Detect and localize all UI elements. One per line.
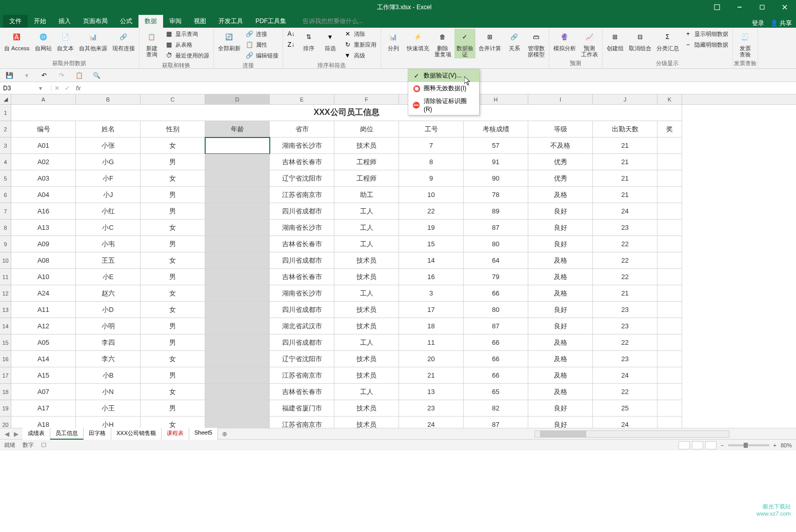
cell[interactable]: 19 — [399, 220, 464, 236]
cell[interactable] — [658, 203, 682, 220]
cell[interactable]: 66 — [464, 367, 528, 384]
cell[interactable] — [658, 220, 682, 236]
cell[interactable]: 79 — [464, 269, 528, 285]
cell[interactable]: 技术员 — [334, 252, 399, 269]
tab-view[interactable]: 视图 — [188, 15, 212, 28]
row-header-9[interactable]: 9 — [0, 236, 11, 252]
cell[interactable]: 湖南省长沙市 — [270, 220, 334, 236]
cell[interactable]: A05 — [11, 334, 76, 351]
tab-home[interactable]: 开始 — [28, 15, 52, 28]
cell[interactable]: 江苏省南京市 — [270, 417, 334, 428]
cell[interactable]: 21 — [593, 187, 658, 203]
row-header-3[interactable]: 3 — [0, 137, 11, 154]
cell[interactable] — [658, 384, 682, 400]
cell[interactable]: 男 — [141, 187, 205, 203]
page-break-view-button[interactable] — [705, 441, 717, 449]
cell[interactable]: 80 — [464, 236, 528, 252]
col-header-D[interactable]: D — [205, 94, 270, 104]
edit-links-button[interactable]: 🔗编辑链接 — [244, 50, 281, 61]
cell[interactable]: 及格 — [528, 384, 593, 400]
cell[interactable]: A12 — [11, 318, 76, 334]
cell[interactable]: A10 — [11, 269, 76, 285]
cell[interactable]: 工程师 — [334, 154, 399, 170]
data-validation-button[interactable]: ✓数据验 证 — [454, 29, 475, 58]
cell[interactable] — [205, 203, 270, 220]
row-header-1[interactable]: 1 — [0, 105, 11, 121]
tab-formulas[interactable]: 公式 — [114, 15, 138, 28]
cell[interactable]: A03 — [11, 170, 76, 187]
from-table-button[interactable]: ▦从表格 — [163, 40, 211, 50]
cell[interactable]: 四川省成都市 — [270, 334, 334, 351]
cell[interactable]: 吉林省长春市 — [270, 384, 334, 400]
cell[interactable]: 吉林省长春市 — [270, 236, 334, 252]
maximize-button[interactable] — [751, 0, 773, 14]
clear-validation-circles-menuitem[interactable]: ⛔清除验证标识圈(R) — [408, 95, 479, 115]
cell[interactable]: 福建省厦门市 — [270, 400, 334, 417]
cell[interactable] — [658, 400, 682, 417]
cell[interactable]: A02 — [11, 154, 76, 170]
cell[interactable]: 21 — [593, 137, 658, 154]
cell[interactable] — [205, 285, 270, 302]
cell[interactable]: 女 — [141, 285, 205, 302]
cell[interactable]: 不及格 — [528, 137, 593, 154]
cell[interactable] — [205, 154, 270, 170]
cell[interactable]: 技术员 — [334, 417, 399, 428]
row-header-2[interactable]: 2 — [0, 121, 11, 137]
cell[interactable]: 22 — [593, 384, 658, 400]
refresh-all-button[interactable]: 🔄全部刷新 — [216, 29, 243, 52]
cell[interactable]: 工人 — [334, 334, 399, 351]
cell[interactable]: 82 — [464, 400, 528, 417]
cell[interactable]: A08 — [11, 252, 76, 269]
col-header-I[interactable]: I — [528, 94, 593, 104]
cell[interactable]: 87 — [464, 417, 528, 428]
show-queries-button[interactable]: ▦显示查询 — [163, 29, 211, 39]
new-query-button[interactable]: 📋新建 查询 — [142, 29, 162, 58]
cell[interactable] — [658, 170, 682, 187]
cell[interactable]: 男 — [141, 334, 205, 351]
cell[interactable]: 李四 — [76, 334, 141, 351]
cell[interactable] — [205, 417, 270, 428]
col-header-F[interactable]: F — [334, 94, 399, 104]
cell[interactable] — [205, 252, 270, 269]
cell[interactable]: 技术员 — [334, 137, 399, 154]
cell[interactable]: A14 — [11, 351, 76, 367]
cell[interactable]: A18 — [11, 417, 76, 428]
cell[interactable]: 24 — [593, 203, 658, 220]
cell[interactable] — [205, 334, 270, 351]
cell[interactable]: A04 — [11, 187, 76, 203]
cell[interactable]: 20 — [399, 351, 464, 367]
cell[interactable]: 64 — [464, 252, 528, 269]
row-header-19[interactable]: 19 — [0, 400, 11, 417]
cell[interactable]: 吉林省长春市 — [270, 154, 334, 170]
minimize-button[interactable] — [728, 0, 751, 14]
hide-detail-button[interactable]: −隐藏明细数据 — [682, 40, 730, 50]
properties-button[interactable]: 📋属性 — [244, 40, 281, 50]
cell[interactable]: A16 — [11, 203, 76, 220]
cell[interactable] — [658, 318, 682, 334]
cell[interactable]: 江苏省南京市 — [270, 367, 334, 384]
col-header-K[interactable]: K — [658, 94, 682, 104]
cell[interactable]: 技术员 — [334, 302, 399, 318]
cell[interactable]: 男 — [141, 318, 205, 334]
cancel-icon[interactable]: ✕ — [54, 85, 59, 92]
cell[interactable]: 赵六 — [76, 285, 141, 302]
cell[interactable]: 小E — [76, 269, 141, 285]
login-link[interactable]: 登录 — [752, 19, 764, 28]
cell[interactable]: 及格 — [528, 351, 593, 367]
circle-invalid-menuitem[interactable]: ⭕圈释无效数据(I) — [408, 82, 479, 95]
cell[interactable] — [205, 170, 270, 187]
filter-button[interactable]: ▼筛选 — [320, 29, 341, 52]
cell[interactable]: 91 — [464, 154, 528, 170]
name-box[interactable]: ▾ — [0, 85, 51, 92]
cell[interactable]: 工程师 — [334, 170, 399, 187]
sheet-tab[interactable]: Sheet5 — [189, 428, 218, 440]
close-button[interactable] — [773, 0, 796, 14]
cell[interactable]: 工人 — [334, 203, 399, 220]
cell[interactable]: 21 — [399, 367, 464, 384]
cell[interactable]: 10 — [399, 187, 464, 203]
cell[interactable]: 技术员 — [334, 367, 399, 384]
cell[interactable]: 及格 — [528, 187, 593, 203]
cell[interactable] — [658, 154, 682, 170]
cell[interactable]: 优秀 — [528, 154, 593, 170]
cell[interactable] — [205, 137, 270, 154]
